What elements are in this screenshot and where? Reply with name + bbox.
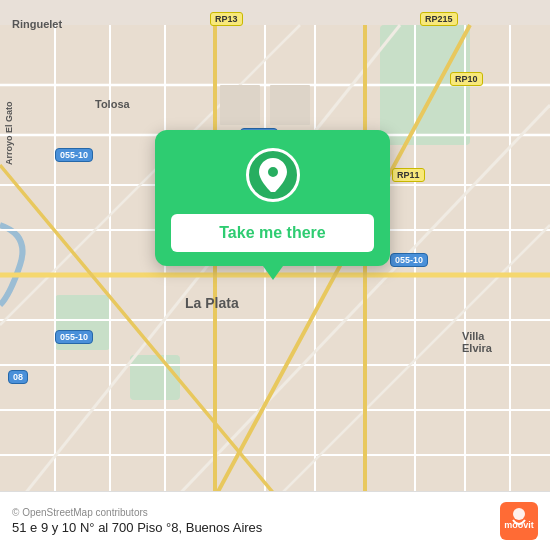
moovit-icon: moovit — [500, 502, 538, 540]
take-me-there-button[interactable]: Take me there — [171, 214, 374, 252]
svg-point-35 — [269, 168, 277, 176]
moovit-logo: moovit — [500, 502, 538, 540]
location-card: Take me there — [155, 130, 390, 266]
svg-rect-30 — [220, 85, 260, 125]
road-badge-055-10-3: 055-10 — [390, 253, 428, 267]
road-badge-rp13: RP13 — [210, 12, 243, 26]
bottom-info: © OpenStreetMap contributors 51 e 9 y 10… — [12, 507, 262, 535]
svg-rect-3 — [130, 355, 180, 400]
road-badge-055-10-1: 055-10 — [55, 148, 93, 162]
road-badge-rp215: RP215 — [420, 12, 458, 26]
pin-icon-wrapper — [246, 148, 300, 202]
address-text: 51 e 9 y 10 N° al 700 Piso °8, Buenos Ai… — [12, 520, 262, 535]
svg-rect-31 — [270, 85, 310, 125]
road-badge-055-10-4: 055-10 — [55, 330, 93, 344]
bottom-bar: © OpenStreetMap contributors 51 e 9 y 10… — [0, 491, 550, 550]
road-badge-rp11: RP11 — [392, 168, 425, 182]
svg-point-38 — [513, 508, 525, 520]
road-badge-rp10: RP10 — [450, 72, 483, 86]
road-badge-08: 08 — [8, 370, 28, 384]
card-pointer — [263, 266, 283, 280]
map-container: Ringuelet Tolosa La Plata VillaElvira Ar… — [0, 0, 550, 550]
osm-credit: © OpenStreetMap contributors — [12, 507, 262, 518]
location-pin-icon — [259, 158, 287, 192]
